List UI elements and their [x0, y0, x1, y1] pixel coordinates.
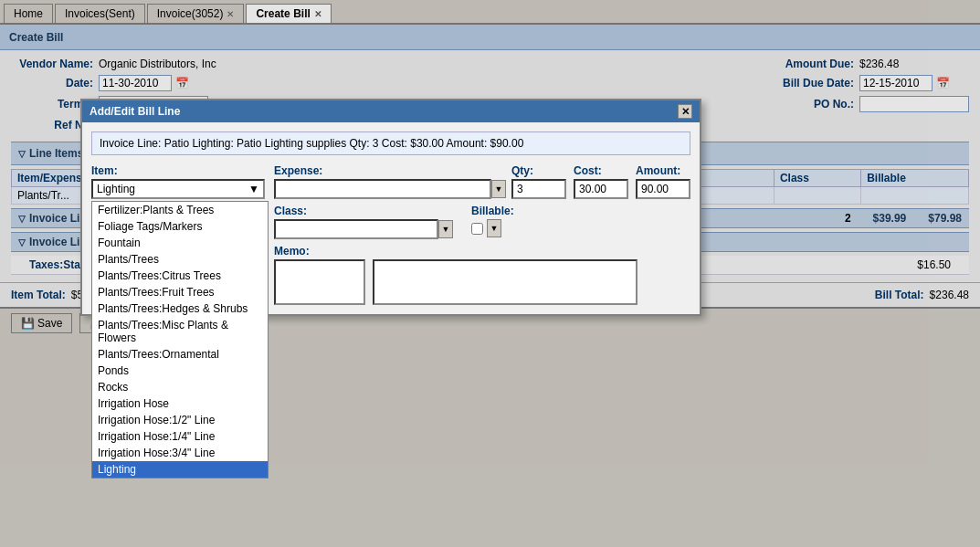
- add-edit-bill-line-modal: Add/Edit Bill Line ✕ Invoice Line: Patio…: [80, 99, 701, 316]
- billable-label: Billable:: [471, 205, 514, 217]
- modal-body: Invoice Line: Patio Lighting: Patio Ligh…: [82, 122, 700, 314]
- expense-label: Expense:: [274, 164, 506, 177]
- amount-label: Amount:: [636, 164, 690, 177]
- modal-overlay: Add/Edit Bill Line ✕ Invoice Line: Patio…: [0, 0, 980, 338]
- billable-dropdown-arrow[interactable]: ▼: [487, 219, 501, 237]
- cost-label: Cost:: [574, 164, 628, 177]
- item-dropdown-list[interactable]: Fertilizer:Plants & Trees Foliage Tags/M…: [91, 201, 269, 338]
- modal-title: Add/Edit Bill Line: [90, 105, 180, 118]
- amount-input[interactable]: [636, 179, 690, 199]
- memo-description-input[interactable]: [373, 259, 638, 305]
- class-input[interactable]: [274, 219, 438, 239]
- modal-left-panel: Item: Lighting ▼ Fertilizer:Plants & Tre…: [91, 164, 265, 305]
- list-item-misc[interactable]: Plants/Trees:Misc Plants & Flowers: [92, 317, 268, 338]
- item-label: Item:: [91, 164, 265, 177]
- list-item-foliage-tags[interactable]: Foliage Tags/Markers: [92, 218, 268, 235]
- qty-cost-amount-group: Qty: Cost: Amount:: [511, 164, 690, 199]
- memo-input[interactable]: [274, 259, 365, 305]
- list-item-fountain[interactable]: Fountain: [92, 235, 268, 251]
- class-dropdown-arrow[interactable]: ▼: [438, 220, 453, 238]
- memo-section: Memo:: [274, 245, 690, 305]
- item-selected-value: Lighting: [97, 183, 135, 195]
- billable-checkbox[interactable]: [471, 223, 483, 235]
- class-label: Class:: [274, 205, 453, 217]
- qty-label: Qty:: [511, 164, 566, 177]
- memo-desc-label: [373, 245, 638, 258]
- memo-label: Memo:: [274, 245, 365, 258]
- modal-close-button[interactable]: ✕: [678, 104, 692, 119]
- list-item-hedges[interactable]: Plants/Trees:Hedges & Shrubs: [92, 300, 268, 317]
- item-dropdown-wrapper: Lighting ▼ Fertilizer:Plants & Trees Fol…: [91, 179, 265, 199]
- item-select-box[interactable]: Lighting ▼: [91, 179, 265, 199]
- list-item-plants-trees[interactable]: Plants/Trees: [92, 251, 268, 268]
- cost-input[interactable]: [574, 179, 628, 199]
- invoice-line-info: Invoice Line: Patio Lighting: Patio Ligh…: [91, 131, 690, 155]
- expense-input[interactable]: [274, 179, 491, 199]
- invoice-line-info-text: Invoice Line: Patio Lighting: Patio Ligh…: [100, 137, 523, 150]
- item-dropdown-arrow[interactable]: ▼: [248, 183, 259, 195]
- modal-right-panel: Expense: ▼ Qty:: [274, 164, 690, 305]
- list-item-citrus[interactable]: Plants/Trees:Citrus Trees: [92, 268, 268, 284]
- list-item-fertilizer[interactable]: Fertilizer:Plants & Trees: [92, 202, 268, 218]
- modal-titlebar: Add/Edit Bill Line ✕: [82, 100, 700, 122]
- qty-input[interactable]: [511, 179, 566, 199]
- expense-dropdown-arrow[interactable]: ▼: [491, 180, 506, 198]
- list-item-fruit[interactable]: Plants/Trees:Fruit Trees: [92, 284, 268, 300]
